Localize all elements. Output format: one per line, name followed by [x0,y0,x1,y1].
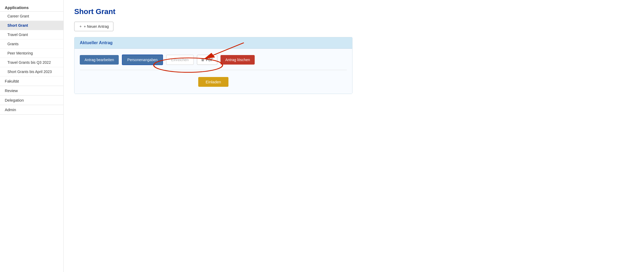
sidebar-item-grants[interactable]: Grants [0,39,63,49]
card-body: Antrag bearbeiten Personenangaben Einrei… [74,49,352,94]
sidebar-item-fakultaet[interactable]: Fakultät [0,76,63,86]
sidebar-item-admin[interactable]: Admin [0,105,63,115]
new-antrag-button[interactable]: ＋ + Neuer Antrag [74,22,113,31]
einladen-row: Einladen [80,75,347,88]
antrag-bearbeiten-button[interactable]: Antrag bearbeiten [80,55,119,65]
new-antrag-label: + Neuer Antrag [84,24,109,29]
divider [80,70,347,70]
einladen-button[interactable]: Einladen [198,77,228,87]
pdf-button[interactable]: 🗎 PDF [197,55,217,65]
action-button-row: Antrag bearbeiten Personenangaben Einrei… [80,55,347,65]
sidebar-item-travel-grants-q3[interactable]: Travel Grants bis Q3 2022 [0,58,63,67]
sidebar-item-travel-grant[interactable]: Travel Grant [0,30,63,39]
plus-icon: ＋ [79,24,82,29]
pdf-label: PDF [206,58,213,62]
antrag-loeschen-button[interactable]: Antrag löschen [220,55,255,65]
card-wrapper: Aktueller Antrag Antrag bearbeiten Perso… [74,37,352,94]
sidebar-section-applications: Applications [0,3,63,12]
sidebar-item-career-grant[interactable]: Career Grant [0,12,63,21]
page-title: Short Grant [74,7,633,16]
einreichen-button: Einreichen [166,55,194,65]
sidebar: Applications Career Grant Short Grant Tr… [0,0,64,272]
sidebar-item-delegation[interactable]: Delegation [0,96,63,105]
sidebar-item-peer-mentoring[interactable]: Peer Mentoring [0,49,63,58]
pdf-icon: 🗎 [201,58,205,62]
aktueller-antrag-card: Aktueller Antrag Antrag bearbeiten Perso… [74,37,352,94]
card-header: Aktueller Antrag [74,37,352,49]
sidebar-item-review[interactable]: Review [0,86,63,96]
sidebar-item-short-grants-april[interactable]: Short Grants bis April 2023 [0,67,63,76]
main-content: Short Grant ＋ + Neuer Antrag Aktueller A… [64,0,644,272]
sidebar-item-short-grant[interactable]: Short Grant [0,21,63,30]
personenangaben-button[interactable]: Personenangaben [122,55,163,65]
